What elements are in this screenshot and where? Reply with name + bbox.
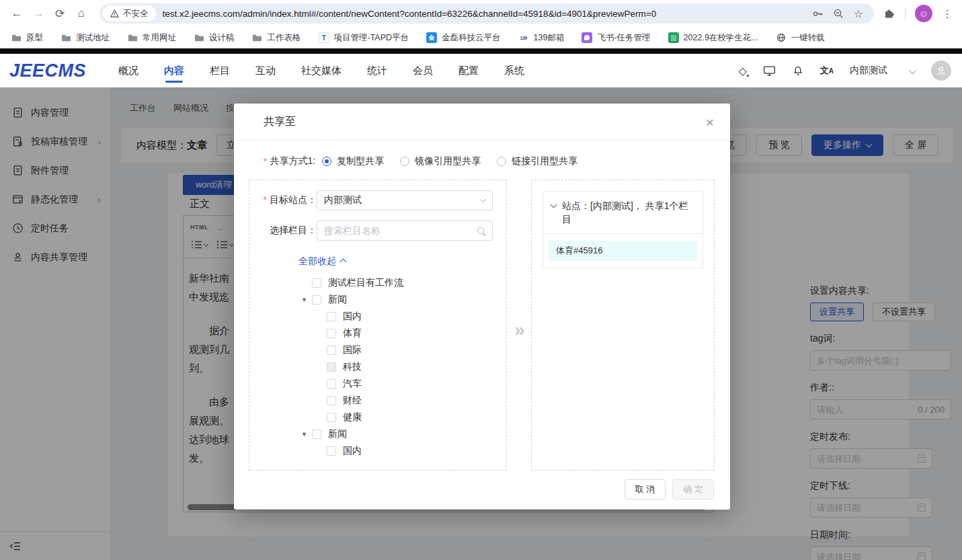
bell-icon[interactable] (792, 65, 804, 77)
sheet-favicon-icon (668, 32, 679, 43)
channel-search-field[interactable] (317, 221, 493, 241)
bookmark-item-5[interactable]: T项目管理-TAPD平台 (319, 32, 409, 44)
skin-icon[interactable]: ◇ (738, 65, 746, 77)
tapd-favicon-icon: T (319, 32, 329, 43)
back-icon[interactable]: ← (7, 3, 27, 24)
tree-node-6[interactable]: 汽车 (249, 375, 506, 392)
tree-node-8[interactable]: 健康 (249, 409, 506, 426)
security-label: 不安全 (123, 8, 149, 19)
nav-tab-7[interactable]: 配置 (458, 55, 479, 87)
folder-favicon-icon (127, 32, 138, 43)
bookmark-item-2[interactable]: 常用网址 (127, 32, 176, 44)
bookmark-star-icon[interactable]: ☆ (854, 7, 863, 20)
caret-down-icon[interactable]: ▼ (301, 431, 312, 438)
monitor-icon[interactable] (763, 65, 776, 77)
tree-node-5[interactable]: 科技 (249, 358, 506, 375)
main-nav: 概况内容栏目互动社交媒体统计会员配置系统 (118, 55, 524, 87)
url-text: test.x2.jeecms.com/admin/index.html#/con… (163, 9, 805, 19)
channel-picker-panel: *目标站点： 内部测试 选择栏目： 全部收起 测试栏目有工作流▼新闻国内体育国际… (249, 179, 507, 471)
header-right: ◇ 文A 内部测试 (738, 61, 962, 81)
target-site-select[interactable]: 内部测试 (317, 190, 493, 210)
channel-label: 选择栏目： (249, 225, 317, 237)
tree-node-1[interactable]: ▼新闻 (249, 291, 506, 308)
tree-node-7[interactable]: 财经 (249, 392, 506, 409)
result-chevron-down-icon (551, 202, 557, 208)
tree-checkbox[interactable] (327, 346, 336, 355)
tree-checkbox[interactable] (312, 430, 321, 439)
bookmark-item-7[interactable]: 139139邮箱 (518, 32, 565, 44)
tree-checkbox[interactable] (327, 379, 336, 389)
nav-tab-1[interactable]: 内容 (164, 55, 184, 87)
bookmark-item-0[interactable]: 原型 (11, 32, 43, 44)
bookmark-label: 测试地址 (76, 32, 110, 44)
globe-favicon-icon (776, 32, 787, 43)
channel-search-row: 选择栏目： (249, 221, 493, 241)
result-header-text: 站点：[内部测试]， 共享1个栏目 (562, 199, 694, 226)
tree-checkbox[interactable] (312, 295, 321, 305)
nav-tab-3[interactable]: 互动 (255, 55, 276, 87)
result-header[interactable]: 站点：[内部测试]， 共享1个栏目 (543, 192, 703, 234)
tree-node-4[interactable]: 国际 (249, 342, 506, 358)
tree-node-3[interactable]: 体育 (249, 325, 506, 342)
browser-profile-avatar[interactable]: ☺ (915, 5, 932, 22)
warning-icon (110, 9, 119, 17)
collapse-all-link[interactable]: 全部收起 (298, 255, 506, 268)
share-mode-row: * 共享方式1: 复制型共享镜像引用型共享链接引用型共享 (264, 155, 577, 167)
tree-node-2[interactable]: 国内 (249, 308, 506, 325)
tree-checkbox[interactable] (327, 396, 336, 405)
zoom-out-icon[interactable] (833, 8, 844, 19)
close-icon[interactable]: × (706, 115, 714, 129)
current-site[interactable]: 内部测试 (850, 65, 887, 77)
shared-channel-item-0[interactable]: 体育#45916 (549, 241, 697, 261)
share-mode-option-0[interactable]: 复制型共享 (322, 155, 384, 167)
reload-icon[interactable]: ⟳ (50, 3, 70, 24)
extensions-icon[interactable] (883, 7, 895, 19)
tree-node-label: 国内 (343, 445, 362, 457)
bookmark-item-6[interactable]: 金金磊科技云平台 (426, 32, 501, 44)
share-mode-label: 共享方式1: (270, 155, 315, 167)
channel-search-input[interactable] (324, 225, 477, 236)
nav-tab-8[interactable]: 系统 (504, 55, 524, 87)
tree-checkbox[interactable] (312, 278, 321, 288)
bookmark-item-8[interactable]: 飞书-任务管理 (582, 32, 650, 44)
nav-tab-2[interactable]: 栏目 (210, 55, 230, 87)
translate-icon[interactable]: 文A (820, 65, 834, 77)
site-chevron-down-icon[interactable] (910, 67, 916, 74)
key-icon[interactable] (812, 8, 824, 19)
bookmark-item-1[interactable]: 测试地址 (61, 32, 110, 44)
bookmark-item-10[interactable]: 一键转载 (776, 32, 825, 44)
caret-down-icon[interactable]: ▼ (301, 296, 312, 303)
mail139-favicon-icon: 139 (518, 32, 529, 43)
bookmark-label: 设计稿 (209, 32, 235, 44)
tree-checkbox[interactable] (327, 413, 336, 422)
home-icon[interactable]: ⌂ (71, 3, 91, 24)
bookmark-item-9[interactable]: 2022.9在校学生花... (668, 32, 758, 44)
nav-tab-5[interactable]: 统计 (367, 55, 387, 87)
tree-node-9[interactable]: ▼新闻 (249, 426, 506, 442)
tree-node-0[interactable]: 测试栏目有工作流 (249, 274, 506, 291)
folder-favicon-icon (194, 32, 204, 43)
share-mode-option-1[interactable]: 镜像引用型共享 (400, 155, 481, 167)
bookmark-label: 飞书-任务管理 (597, 32, 650, 44)
share-mode-option-2[interactable]: 链接引用型共享 (497, 155, 577, 167)
nav-tab-6[interactable]: 会员 (413, 55, 433, 87)
app-header: JEECMS 概况内容栏目互动社交媒体统计会员配置系统 ◇ 文A 内部测试 (0, 54, 962, 87)
tree-checkbox[interactable] (327, 329, 336, 338)
browser-menu-icon[interactable]: ⋮ (942, 7, 953, 20)
address-bar[interactable]: 不安全 test.x2.jeecms.com/admin/index.html#… (99, 3, 874, 24)
bookmark-item-3[interactable]: 设计稿 (194, 32, 235, 44)
security-badge[interactable]: 不安全 (103, 5, 156, 22)
tree-checkbox[interactable] (327, 312, 336, 321)
cancel-button[interactable]: 取 消 (625, 479, 666, 499)
bookmark-item-4[interactable]: 工作表格 (252, 32, 301, 44)
user-avatar[interactable] (931, 61, 951, 81)
nav-tab-4[interactable]: 社交媒体 (301, 55, 342, 87)
nav-tab-0[interactable]: 概况 (118, 55, 138, 87)
tree-checkbox[interactable] (327, 446, 336, 456)
confirm-button[interactable]: 确 定 (672, 479, 714, 499)
forward-icon[interactable]: → (28, 3, 48, 24)
radio-label: 链接引用型共享 (512, 155, 577, 167)
tree-node-label: 新闻 (328, 428, 347, 440)
tree-node-10[interactable]: 国内 (249, 442, 506, 459)
bookmarks-bar: 原型测试地址常用网址设计稿工作表格T项目管理-TAPD平台金金磊科技云平台139… (0, 27, 962, 48)
